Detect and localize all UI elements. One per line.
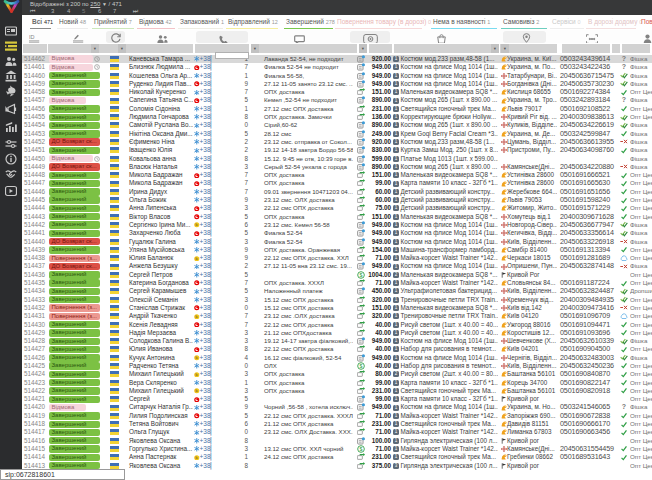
svg-text:lc: lc	[196, 356, 199, 360]
svg-text:ID: ID	[29, 34, 35, 40]
svg-text:$: $	[359, 271, 362, 277]
svg-text:lc: lc	[196, 257, 199, 261]
svg-text:lc: lc	[196, 389, 199, 393]
svg-text:$: $	[359, 446, 362, 452]
svg-text:$: $	[359, 363, 362, 369]
svg-text:lc: lc	[196, 373, 199, 377]
svg-text:lc: lc	[196, 315, 199, 319]
svg-text:lc: lc	[196, 456, 199, 460]
svg-text:lc: lc	[196, 223, 199, 227]
